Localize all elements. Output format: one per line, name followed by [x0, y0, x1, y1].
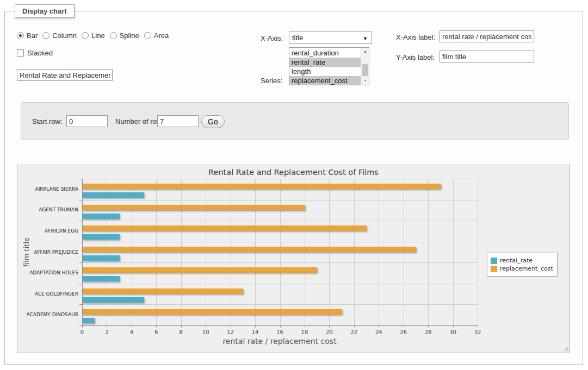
- start-row-label: Start row:: [32, 117, 63, 126]
- start-row-input[interactable]: [66, 115, 108, 127]
- chart-type-bar[interactable]: Bar: [17, 32, 38, 40]
- radio-icon: [82, 32, 89, 39]
- gridline-vertical: [280, 179, 281, 325]
- row-range-box: Start row: Number of rows: Go: [21, 102, 569, 140]
- legend-label: replacement_cost: [500, 265, 553, 272]
- gridline-vertical: [379, 179, 379, 325]
- gridline-vertical: [231, 179, 231, 325]
- chart-title: Rental Rate and Replacement Cost of Film…: [17, 168, 570, 177]
- series-option-length[interactable]: length: [289, 67, 361, 76]
- scrollbar-thumb[interactable]: [362, 64, 368, 76]
- bar-rental_rate: [83, 214, 120, 219]
- radio-icon: [110, 32, 117, 39]
- x-axis-tick: [478, 325, 478, 328]
- x-axis-tick-label: 26: [395, 329, 412, 335]
- bar-replacement_cost: [83, 247, 416, 252]
- bar-replacement_cost: [83, 309, 342, 315]
- series-option-replacement_cost[interactable]: replacement_cost: [289, 76, 361, 85]
- category-label: AFRICAN EGG: [17, 228, 78, 234]
- gridline-vertical: [478, 179, 478, 325]
- chevron-down-icon: ▼: [363, 36, 368, 41]
- chart-type-area[interactable]: Area: [144, 32, 169, 40]
- resize-grip-icon[interactable]: [564, 347, 568, 352]
- stacked-label: Stacked: [27, 49, 53, 57]
- series-options: rental_durationrental_ratelengthreplacem…: [289, 48, 361, 85]
- gridline-vertical: [428, 179, 429, 325]
- gridline-horizontal: [82, 221, 478, 221]
- chart-type-line[interactable]: Line: [82, 32, 105, 40]
- series-option-rental_duration[interactable]: rental_duration: [289, 48, 361, 58]
- x-axis-line: [82, 325, 478, 326]
- x-axis-tick-label: 16: [272, 329, 288, 335]
- chart-type-label: Bar: [27, 32, 38, 40]
- gridline-horizontal: [82, 262, 478, 263]
- series-scrollbar[interactable]: ▲ ▼: [361, 48, 369, 85]
- bar-rental_rate: [83, 234, 120, 240]
- x-axis-tick-label: 0: [74, 329, 90, 335]
- x-axis-tick-label: 4: [123, 329, 140, 335]
- bar-rental_rate: [83, 276, 120, 281]
- bar-replacement_cost: [83, 289, 243, 294]
- category-label: AIRPLANE SIERRA: [17, 186, 78, 192]
- category-label: AFFAIR PREJUDICE: [17, 249, 78, 255]
- x-axis-select[interactable]: title ▼: [289, 32, 372, 44]
- radio-icon: [144, 32, 151, 39]
- bar-replacement_cost: [83, 184, 441, 189]
- scroll-up-icon[interactable]: ▲: [361, 48, 369, 55]
- x-axis-label: X-Axis:: [261, 34, 283, 42]
- legend-item-rental_rate: rental_rate: [491, 257, 553, 264]
- x-axis-select-value: title: [292, 34, 303, 42]
- legend-label: rental_rate: [500, 257, 533, 264]
- legend-swatch: [491, 258, 497, 264]
- bar-replacement_cost: [83, 267, 317, 273]
- num-rows-input[interactable]: [157, 115, 199, 127]
- gridline-vertical: [453, 179, 454, 325]
- go-button[interactable]: Go: [201, 115, 225, 128]
- category-label: AGENT TRUMAN: [17, 207, 78, 213]
- x-axis-tick-label: 18: [296, 329, 313, 335]
- y-axis-label-field-label: Y-Axis label:: [396, 53, 435, 61]
- series-listbox[interactable]: rental_durationrental_ratelengthreplacem…: [289, 47, 369, 85]
- chart-panel: Rental Rate and Replacement Cost of Film…: [17, 165, 570, 353]
- x-axis-tick-label: 24: [370, 329, 387, 335]
- x-axis-tick-label: 14: [247, 329, 263, 335]
- chart-type-label: Line: [91, 32, 105, 40]
- chart-type-group: BarColumnLineSplineArea: [17, 32, 174, 40]
- gridline-vertical: [305, 179, 305, 325]
- bar-replacement_cost: [83, 225, 367, 231]
- chart-type-column[interactable]: Column: [42, 32, 77, 40]
- chart-type-label: Column: [52, 32, 77, 40]
- y-axis-label-input[interactable]: [440, 51, 534, 62]
- radio-icon: [17, 32, 24, 39]
- chart-type-label: Area: [154, 32, 169, 40]
- bar-rental_rate: [83, 255, 120, 261]
- chart-x-axis-title: rental rate / replacement cost: [222, 337, 336, 346]
- display-chart-fieldset: Display chart BarColumnLineSplineArea St…: [4, 11, 583, 365]
- gridline-horizontal: [82, 284, 478, 284]
- bar-rental_rate: [83, 297, 144, 303]
- legend-item-replacement_cost: replacement_cost: [491, 265, 553, 272]
- x-axis-tick-label: 12: [222, 329, 239, 335]
- gridline-vertical: [255, 179, 256, 325]
- x-axis-tick-label: 28: [420, 329, 436, 335]
- x-axis-label-field-label: X-Axis label:: [396, 33, 435, 41]
- gridline-vertical: [329, 179, 330, 325]
- gridline-horizontal: [82, 200, 478, 200]
- x-axis-tick-label: 32: [469, 329, 486, 335]
- chart-type-spline[interactable]: Spline: [110, 32, 139, 40]
- stacked-checkbox[interactable]: [17, 49, 24, 57]
- category-label: ADAPTATION HOLES: [17, 270, 78, 276]
- scroll-down-icon[interactable]: ▼: [361, 77, 369, 85]
- gridline-vertical: [354, 179, 355, 325]
- category-label: ACE GOLDFINGER: [17, 291, 78, 297]
- gridline-horizontal: [82, 179, 478, 179]
- series-option-rental_rate[interactable]: rental_rate: [289, 58, 361, 67]
- gridline-vertical: [132, 179, 132, 325]
- x-axis-tick-label: 10: [197, 329, 214, 335]
- series-label: Series:: [261, 77, 282, 85]
- x-axis-tick-label: 22: [346, 329, 362, 335]
- x-axis-label-input[interactable]: [440, 30, 534, 42]
- chart-title-input[interactable]: [17, 69, 113, 81]
- category-label: ACADEMY DINOSAUR: [17, 312, 78, 318]
- y-axis-line: [82, 179, 83, 325]
